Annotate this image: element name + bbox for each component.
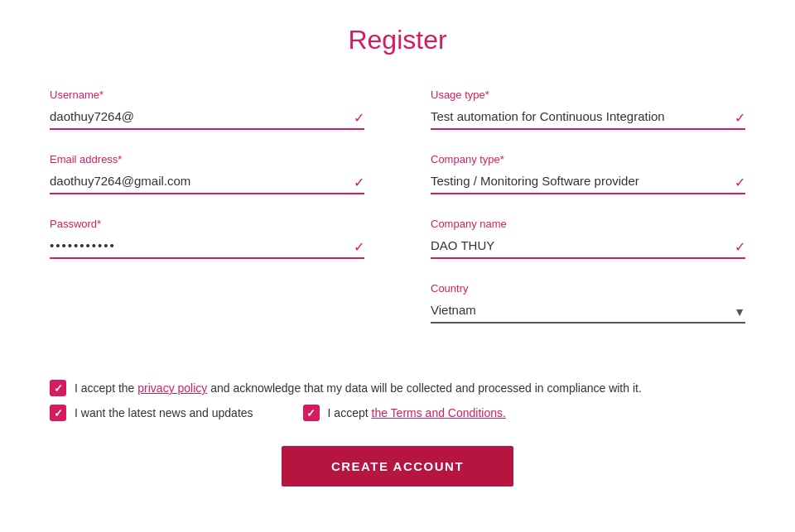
terms-text: I accept the Terms and Conditions. bbox=[328, 406, 506, 419]
company-type-input-wrapper: ✓ bbox=[431, 170, 745, 194]
privacy-policy-checkbox[interactable] bbox=[50, 380, 66, 396]
username-check-icon: ✓ bbox=[354, 110, 364, 126]
company-type-input[interactable] bbox=[431, 170, 745, 194]
password-label: Password* bbox=[50, 218, 364, 230]
terms-item: I accept the Terms and Conditions. bbox=[303, 405, 506, 421]
email-check-icon: ✓ bbox=[354, 175, 364, 190]
company-type-check-icon: ✓ bbox=[735, 175, 745, 190]
country-group: Country Vietnam USA UK ▼ bbox=[431, 282, 745, 324]
country-label: Country bbox=[431, 282, 745, 295]
newsletter-terms-row: I want the latest news and updates I acc… bbox=[50, 405, 745, 421]
email-group: Email address* ✓ bbox=[50, 153, 364, 194]
company-name-group: Company name ✓ bbox=[431, 218, 745, 259]
right-column: Usage type* ✓ Company type* ✓ Company na… bbox=[431, 89, 745, 347]
username-input[interactable] bbox=[50, 106, 364, 130]
company-type-label: Company type* bbox=[431, 153, 745, 165]
newsletter-label: I want the latest news and updates bbox=[75, 406, 253, 419]
newsletter-checkbox[interactable] bbox=[50, 405, 66, 421]
username-label: Username* bbox=[50, 89, 364, 101]
page-title: Register bbox=[50, 25, 745, 55]
country-select-wrapper: Vietnam USA UK ▼ bbox=[431, 300, 745, 324]
usage-type-input-wrapper: ✓ bbox=[431, 106, 745, 130]
password-input-wrapper: ✓ bbox=[50, 235, 364, 259]
email-input[interactable] bbox=[50, 170, 364, 194]
usage-type-input[interactable] bbox=[431, 106, 745, 130]
password-input[interactable] bbox=[50, 235, 364, 259]
privacy-policy-link[interactable]: privacy policy bbox=[137, 381, 207, 395]
bottom-section: I accept the privacy policy and acknowle… bbox=[50, 371, 745, 421]
usage-type-label: Usage type* bbox=[431, 89, 745, 101]
password-group: Password* ✓ bbox=[50, 218, 364, 259]
username-input-wrapper: ✓ bbox=[50, 106, 364, 130]
usage-type-check-icon: ✓ bbox=[735, 110, 745, 126]
privacy-policy-row: I accept the privacy policy and acknowle… bbox=[50, 380, 745, 396]
email-label: Email address* bbox=[50, 153, 364, 165]
country-select[interactable]: Vietnam USA UK bbox=[431, 300, 745, 324]
username-group: Username* ✓ bbox=[50, 89, 364, 130]
password-check-icon: ✓ bbox=[354, 239, 364, 255]
company-name-input-wrapper: ✓ bbox=[431, 235, 745, 259]
company-name-label: Company name bbox=[431, 218, 745, 230]
left-column: Username* ✓ Email address* ✓ Password* bbox=[50, 89, 364, 347]
newsletter-item: I want the latest news and updates bbox=[50, 405, 253, 421]
terms-link[interactable]: the Terms and Conditions. bbox=[372, 406, 506, 419]
create-account-wrapper: CREATE ACCOUNT bbox=[50, 446, 745, 486]
company-name-input[interactable] bbox=[431, 235, 745, 259]
company-type-group: Company type* ✓ bbox=[431, 153, 745, 194]
privacy-policy-text: I accept the privacy policy and acknowle… bbox=[75, 381, 642, 395]
create-account-button[interactable]: CREATE ACCOUNT bbox=[282, 446, 513, 486]
usage-type-group: Usage type* ✓ bbox=[431, 89, 745, 130]
email-input-wrapper: ✓ bbox=[50, 170, 364, 194]
company-name-check-icon: ✓ bbox=[735, 239, 745, 255]
terms-checkbox[interactable] bbox=[303, 405, 320, 421]
